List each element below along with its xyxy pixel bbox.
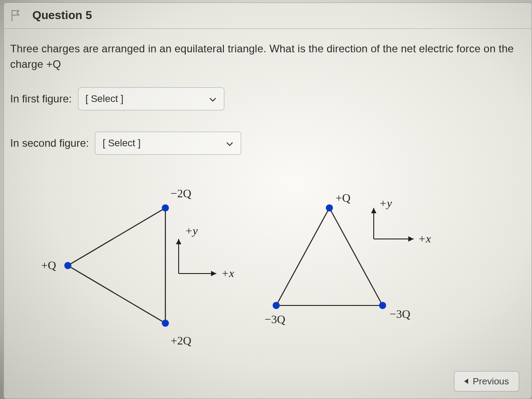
fig2-axis-x-label: +x — [418, 232, 431, 245]
svg-point-8 — [162, 204, 169, 211]
question-body: Three charges are arranged in an equilat… — [4, 29, 532, 368]
figure-2: +y +x +Q −3Q −3Q — [263, 172, 485, 359]
previous-button[interactable]: Previous — [454, 371, 519, 391]
select-row-first: In first figure: [ Select ] — [10, 87, 525, 110]
select-second-figure[interactable]: [ Select ] — [95, 132, 241, 155]
chevron-down-icon — [209, 95, 217, 103]
fig2-charge-bottom-left-label: −3Q — [265, 313, 286, 326]
fig1-charge-left-label: +Q — [41, 259, 56, 272]
select-first-value: [ Select ] — [86, 93, 124, 105]
fig1-axis-y-label: +y — [185, 224, 198, 237]
svg-line-0 — [68, 208, 165, 266]
select-first-figure[interactable]: [ Select ] — [78, 87, 224, 110]
svg-marker-16 — [371, 208, 376, 213]
footer-nav: Previous — [454, 371, 519, 391]
svg-marker-14 — [408, 236, 414, 242]
svg-point-9 — [162, 320, 169, 327]
fig1-axis-x-label: +x — [221, 267, 235, 280]
select-second-value: [ Select ] — [102, 137, 141, 149]
svg-point-19 — [379, 302, 386, 309]
svg-line-10 — [276, 208, 329, 305]
previous-button-label: Previous — [473, 376, 509, 387]
select-row-second: In second figure: [ Select ] — [10, 132, 525, 155]
fig1-charge-top-label: −2Q — [171, 187, 192, 200]
chevron-down-icon — [226, 139, 234, 147]
question-header: Question 5 — [4, 3, 532, 29]
svg-marker-6 — [176, 239, 181, 244]
chevron-left-icon — [464, 379, 468, 384]
question-title: Question 5 — [32, 8, 92, 22]
question-prompt: Three charges are arranged in an equilat… — [10, 41, 525, 72]
figures-area: +y +x +Q −2Q +2Q — [10, 172, 525, 368]
svg-marker-4 — [211, 271, 216, 276]
fig2-axis-y-label: +y — [379, 197, 392, 210]
svg-point-7 — [64, 262, 71, 269]
fig1-charge-bottom-label: +2Q — [171, 334, 192, 347]
svg-line-1 — [68, 266, 165, 323]
label-second-figure: In second figure: — [10, 137, 89, 149]
svg-point-17 — [326, 204, 333, 211]
figure-1: +y +x +Q −2Q +2Q — [41, 172, 254, 359]
label-first-figure: In first figure: — [10, 93, 72, 105]
question-card: Question 5 Three charges are arranged in… — [4, 3, 532, 399]
fig2-charge-bottom-right-label: −3Q — [390, 308, 411, 321]
svg-line-11 — [329, 208, 383, 305]
svg-point-18 — [273, 302, 280, 309]
flag-icon[interactable] — [9, 9, 23, 22]
fig2-charge-apex-label: +Q — [336, 192, 351, 204]
